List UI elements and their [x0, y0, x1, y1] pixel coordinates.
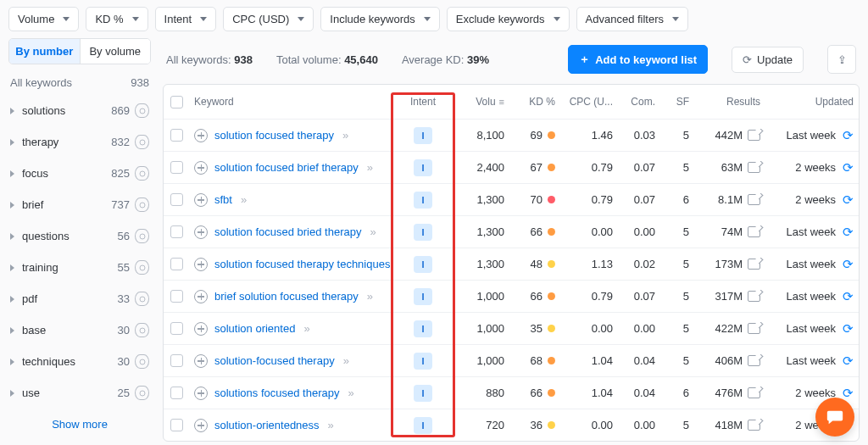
intent-badge[interactable]: I [414, 256, 432, 273]
keyword-link[interactable]: solution-focused therapy [214, 354, 335, 367]
keyword-link[interactable]: solution oriented [214, 322, 295, 335]
row-checkbox[interactable] [170, 225, 183, 238]
intent-badge[interactable]: I [414, 385, 432, 402]
expand-icon[interactable] [194, 322, 208, 336]
col-com[interactable]: Com. [618, 96, 660, 108]
row-checkbox[interactable] [170, 258, 183, 270]
filter-volume[interactable]: Volume [8, 7, 79, 31]
intent-badge[interactable]: I [414, 353, 432, 370]
open-icon[interactable]: » [367, 290, 370, 303]
filter-cpc-usd-[interactable]: CPC (USD) [223, 7, 314, 31]
update-button[interactable]: ⟳ Update [732, 47, 804, 73]
row-checkbox[interactable] [170, 419, 183, 431]
open-icon[interactable]: » [367, 161, 370, 174]
col-sf[interactable]: SF [660, 96, 694, 108]
row-checkbox[interactable] [170, 322, 183, 335]
serp-icon[interactable] [748, 130, 760, 141]
sidebar-group-training[interactable]: training55 [8, 254, 151, 281]
col-volume[interactable]: Volu≡ [448, 96, 509, 108]
chat-launcher[interactable] [815, 398, 854, 437]
keyword-cell[interactable]: solution focused bried therapy» [189, 225, 398, 239]
row-checkbox[interactable] [170, 193, 183, 206]
open-icon[interactable]: » [370, 225, 373, 238]
col-keyword[interactable]: Keyword [189, 96, 398, 108]
export-button[interactable]: ⇪ [827, 45, 856, 74]
refresh-row-icon[interactable]: ⟳ [843, 257, 854, 272]
keyword-cell[interactable]: brief solution focused therapy» [189, 290, 398, 303]
eye-icon[interactable] [135, 197, 149, 212]
sidebar-group-use[interactable]: use25 [8, 380, 151, 406]
select-all-checkbox[interactable] [170, 96, 183, 108]
intent-badge[interactable]: I [414, 159, 432, 176]
sidebar-group-solutions[interactable]: solutions869 [8, 97, 151, 124]
keyword-cell[interactable]: solution-orientedness» [189, 419, 398, 432]
open-icon[interactable]: » [241, 193, 244, 206]
keyword-link[interactable]: solution-orientedness [214, 419, 320, 431]
intent-badge[interactable]: I [414, 127, 432, 144]
filter-include-keywords[interactable]: Include keywords [320, 7, 439, 31]
expand-icon[interactable] [194, 129, 208, 142]
refresh-row-icon[interactable]: ⟳ [843, 289, 854, 304]
keyword-link[interactable]: brief solution focused therapy [214, 290, 359, 303]
row-checkbox[interactable] [170, 129, 183, 142]
intent-badge[interactable]: I [414, 224, 432, 241]
sidebar-all-keywords[interactable]: All keywords 938 [8, 75, 151, 97]
sidebar-group-brief[interactable]: brief737 [8, 192, 151, 218]
eye-icon[interactable] [135, 260, 149, 275]
keyword-cell[interactable]: solution-focused therapy» [189, 354, 398, 368]
serp-icon[interactable] [748, 420, 760, 431]
expand-icon[interactable] [194, 419, 208, 432]
keyword-cell[interactable]: solution oriented» [189, 322, 398, 336]
eye-icon[interactable] [135, 323, 149, 337]
row-checkbox[interactable] [170, 387, 183, 399]
serp-icon[interactable] [748, 387, 760, 398]
filter-intent[interactable]: Intent [155, 7, 217, 31]
serp-icon[interactable] [748, 291, 760, 302]
keyword-link[interactable]: solution focused therapy [214, 129, 334, 142]
add-to-keyword-list-button[interactable]: ＋ Add to keyword list [568, 45, 708, 74]
eye-icon[interactable] [135, 229, 149, 243]
intent-badge[interactable]: I [414, 192, 432, 209]
refresh-row-icon[interactable]: ⟳ [843, 192, 854, 208]
row-checkbox[interactable] [170, 290, 183, 303]
expand-icon[interactable] [194, 193, 208, 207]
sidebar-group-focus[interactable]: focus825 [8, 160, 151, 186]
keyword-link[interactable]: solutions focused therapy [214, 387, 339, 399]
serp-icon[interactable] [748, 323, 760, 334]
refresh-row-icon[interactable]: ⟳ [843, 386, 854, 401]
sidebar-group-therapy[interactable]: therapy832 [8, 129, 151, 155]
col-cpc[interactable]: CPC (U... [560, 96, 618, 108]
serp-icon[interactable] [748, 162, 760, 173]
refresh-row-icon[interactable]: ⟳ [843, 128, 854, 143]
open-icon[interactable]: » [303, 322, 307, 335]
expand-icon[interactable] [194, 161, 208, 175]
keyword-cell[interactable]: sfbt» [189, 193, 398, 207]
eye-icon[interactable] [135, 103, 149, 118]
eye-icon[interactable] [135, 135, 149, 149]
expand-icon[interactable] [194, 354, 208, 368]
refresh-row-icon[interactable]: ⟳ [843, 321, 854, 337]
sidebar-group-base[interactable]: base30 [8, 317, 151, 343]
open-icon[interactable]: » [348, 387, 351, 399]
refresh-row-icon[interactable]: ⟳ [843, 225, 854, 240]
open-icon[interactable]: » [343, 354, 347, 367]
col-intent[interactable]: Intent [398, 96, 448, 108]
expand-icon[interactable] [194, 387, 208, 400]
expand-icon[interactable] [194, 258, 208, 271]
sidebar-group-pdf[interactable]: pdf33 [8, 286, 151, 312]
serp-icon[interactable] [748, 194, 760, 205]
keyword-link[interactable]: solution focused therapy techniques [214, 258, 390, 270]
keyword-cell[interactable]: solution focused therapy techniques» [189, 258, 398, 271]
sidebar-group-questions[interactable]: questions56 [8, 223, 151, 249]
expand-icon[interactable] [194, 225, 208, 239]
open-icon[interactable]: » [328, 419, 331, 431]
sidebar-group-techniques[interactable]: techniques30 [8, 348, 151, 375]
row-checkbox[interactable] [170, 354, 183, 367]
keyword-cell[interactable]: solution focused therapy» [189, 129, 398, 142]
eye-icon[interactable] [135, 386, 149, 400]
intent-badge[interactable]: I [414, 288, 432, 305]
col-kd[interactable]: KD % [509, 96, 560, 108]
filter-exclude-keywords[interactable]: Exclude keywords [447, 7, 570, 31]
serp-icon[interactable] [748, 355, 760, 366]
col-results[interactable]: Results [694, 96, 765, 108]
